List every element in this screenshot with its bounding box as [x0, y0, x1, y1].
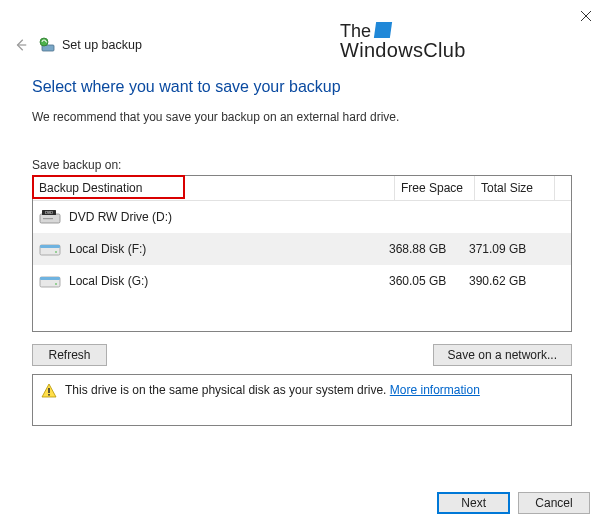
- backup-wizard-icon: [38, 37, 56, 53]
- warning-text-container: This drive is on the same physical disk …: [65, 383, 480, 399]
- cancel-button[interactable]: Cancel: [518, 492, 590, 514]
- list-empty-space: [33, 297, 571, 331]
- back-arrow-icon: [14, 38, 28, 52]
- close-button[interactable]: [564, 2, 608, 30]
- recommend-text: We recommend that you save your backup o…: [32, 110, 576, 124]
- svg-rect-14: [40, 277, 60, 280]
- next-button[interactable]: Next: [437, 492, 510, 514]
- col-header-spacer: [555, 176, 571, 200]
- close-icon: [581, 11, 591, 21]
- drive-total-size: 390.62 GB: [469, 274, 549, 288]
- col-header-destination[interactable]: Backup Destination: [33, 176, 395, 200]
- wizard-footer: Next Cancel: [437, 492, 590, 514]
- back-button[interactable]: [12, 36, 30, 54]
- window-title: Set up backup: [62, 38, 142, 52]
- svg-rect-11: [40, 245, 60, 248]
- brand-logo: The WindowsClub: [340, 22, 466, 60]
- drive-rows: DVDDVD RW Drive (D:)Local Disk (F:)368.8…: [33, 201, 571, 297]
- drive-total-size: 371.09 GB: [469, 242, 549, 256]
- col-header-total[interactable]: Total Size: [475, 176, 555, 200]
- drive-free-space: 368.88 GB: [389, 242, 469, 256]
- list-actions: Refresh Save on a network...: [32, 344, 572, 366]
- content-area: Select where you want to save your backu…: [0, 62, 608, 426]
- drive-name: DVD RW Drive (D:): [69, 210, 389, 224]
- brand-line1: The: [340, 22, 371, 40]
- refresh-button[interactable]: Refresh: [32, 344, 107, 366]
- page-heading: Select where you want to save your backu…: [32, 78, 576, 96]
- warning-icon: [41, 383, 57, 399]
- header-row: Set up backup The WindowsClub: [0, 32, 608, 62]
- save-on-label: Save backup on:: [32, 158, 576, 172]
- drive-name: Local Disk (G:): [69, 274, 389, 288]
- warning-panel: This drive is on the same physical disk …: [32, 374, 572, 426]
- hard-disk-icon: [39, 272, 61, 290]
- brand-square-icon: [374, 22, 392, 38]
- svg-rect-17: [48, 388, 50, 393]
- save-on-network-button[interactable]: Save on a network...: [433, 344, 572, 366]
- svg-point-15: [55, 283, 57, 285]
- dvd-drive-icon: DVD: [39, 208, 61, 226]
- title-bar: [0, 0, 608, 32]
- svg-point-12: [55, 251, 57, 253]
- drive-name: Local Disk (F:): [69, 242, 389, 256]
- hard-disk-icon: [39, 240, 61, 258]
- drive-free-space: 360.05 GB: [389, 274, 469, 288]
- svg-rect-18: [48, 394, 50, 396]
- warning-text: This drive is on the same physical disk …: [65, 383, 390, 397]
- svg-rect-9: [43, 218, 53, 219]
- brand-line2: WindowsClub: [340, 40, 466, 60]
- svg-text:DVD: DVD: [45, 211, 53, 215]
- col-header-free[interactable]: Free Space: [395, 176, 475, 200]
- drive-row[interactable]: Local Disk (G:)360.05 GB390.62 GB: [33, 265, 571, 297]
- column-headers: Backup Destination Free Space Total Size: [33, 176, 571, 201]
- drive-row[interactable]: DVDDVD RW Drive (D:): [33, 201, 571, 233]
- drive-row[interactable]: Local Disk (F:)368.88 GB371.09 GB: [33, 233, 571, 265]
- more-information-link[interactable]: More information: [390, 383, 480, 397]
- backup-destination-list: Backup Destination Free Space Total Size…: [32, 175, 572, 332]
